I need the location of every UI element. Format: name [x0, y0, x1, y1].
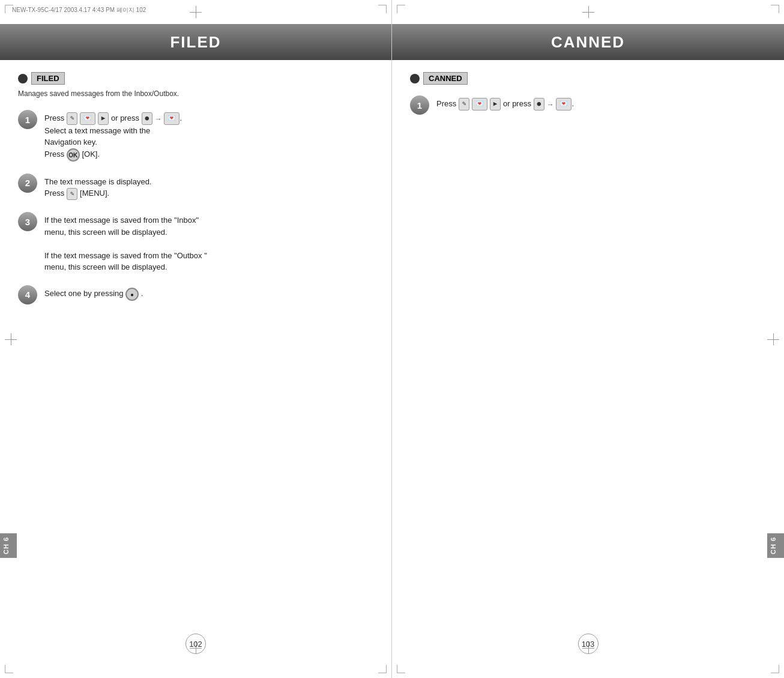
- step-2-content: The text message is displayed. Press ✎ […: [44, 174, 151, 200]
- canned-step-1-number: 1: [410, 95, 429, 115]
- key-icon-opt: ●: [142, 112, 153, 125]
- step-2: 2 The text message is displayed. Press ✎…: [18, 174, 373, 200]
- page-right: CANNED CANNED 1 Press ✎ 💌 ▶ or press ● →…: [392, 0, 784, 678]
- canned-key-sms2: 💌: [556, 98, 571, 110]
- canned-badge-container: CANNED: [410, 72, 468, 85]
- corner-mark-br: [378, 665, 387, 673]
- canned-badge-circle: [410, 74, 420, 83]
- crosshair-left: [5, 333, 17, 345]
- page-left: NEW-TX-95C-4/17 2003.4.17 4:43 PM 페이지 10…: [0, 0, 392, 678]
- print-info: NEW-TX-95C-4/17 2003.4.17 4:43 PM 페이지 10…: [12, 6, 146, 14]
- step-1-number: 1: [18, 110, 37, 129]
- canned-key-sms: 💌: [472, 98, 487, 110]
- crosshair-top-r: [582, 6, 594, 18]
- corner-mark-bl: [5, 665, 13, 673]
- canned-steps: 1 Press ✎ 💌 ▶ or press ● → 💌.: [410, 95, 766, 115]
- corner-mark-tl-r: [397, 5, 405, 13]
- key-icon-inbox: 💌: [80, 112, 95, 125]
- step-4: 4 Select one by pressing ● .: [18, 285, 373, 304]
- filed-header: FILED: [0, 24, 391, 60]
- side-tab-right: CH 6: [767, 533, 784, 558]
- corner-mark-tr-r: [771, 5, 779, 13]
- crosshair-top: [190, 6, 202, 18]
- filed-steps: 1 Press ✎ 💌 ▶ or press ● → 💌. Select a t…: [18, 110, 373, 304]
- key-icon-arrow1: ▶: [98, 112, 109, 125]
- badge-circle-icon: [18, 74, 28, 83]
- step-3-content: If the text message is saved from the "I…: [44, 212, 207, 273]
- key-icon-menu: ✎: [67, 112, 78, 125]
- filed-badge-label: FILED: [31, 72, 65, 85]
- canned-badge-label: CANNED: [423, 72, 468, 85]
- canned-step-1: 1 Press ✎ 💌 ▶ or press ● → 💌.: [410, 95, 766, 115]
- crosshair-right-r: [767, 333, 779, 345]
- corner-mark-bl-r: [397, 665, 405, 673]
- canned-key-menu: ✎: [459, 98, 470, 110]
- canned-key-arrow: ▶: [490, 98, 501, 110]
- filed-badge-container: FILED: [18, 72, 65, 85]
- step-4-number: 4: [18, 285, 37, 304]
- step-4-content: Select one by pressing ● .: [44, 285, 143, 301]
- key-icon-select: ●: [125, 288, 139, 301]
- corner-mark-tr: [378, 5, 387, 13]
- key-icon-menu2: ✎: [67, 188, 78, 201]
- filed-description: Manages saved messages from the Inbox/Ou…: [18, 89, 373, 98]
- canned-arrow-icon: →: [547, 99, 554, 110]
- canned-key-opt: ●: [534, 98, 545, 110]
- step-3: 3 If the text message is saved from the …: [18, 212, 373, 273]
- key-icon-ok: OK: [67, 148, 80, 162]
- canned-title: CANNED: [551, 33, 625, 52]
- page-number-right: 103: [578, 634, 599, 654]
- key-icon-inbox2: 💌: [164, 112, 179, 125]
- side-tab-left: CH 6: [0, 533, 17, 558]
- corner-mark-br-r: [771, 665, 779, 673]
- step-1-content: Press ✎ 💌 ▶ or press ● → 💌. Select a tex…: [44, 110, 182, 162]
- step-3-number: 3: [18, 212, 37, 231]
- step-1: 1 Press ✎ 💌 ▶ or press ● → 💌. Select a t…: [18, 110, 373, 162]
- filed-title: FILED: [170, 33, 221, 52]
- step-2-number: 2: [18, 174, 37, 193]
- canned-step-1-content: Press ✎ 💌 ▶ or press ● → 💌.: [436, 95, 574, 110]
- canned-header: CANNED: [392, 24, 784, 60]
- arrow-right-icon: →: [155, 114, 162, 124]
- page-number-left: 102: [185, 634, 206, 654]
